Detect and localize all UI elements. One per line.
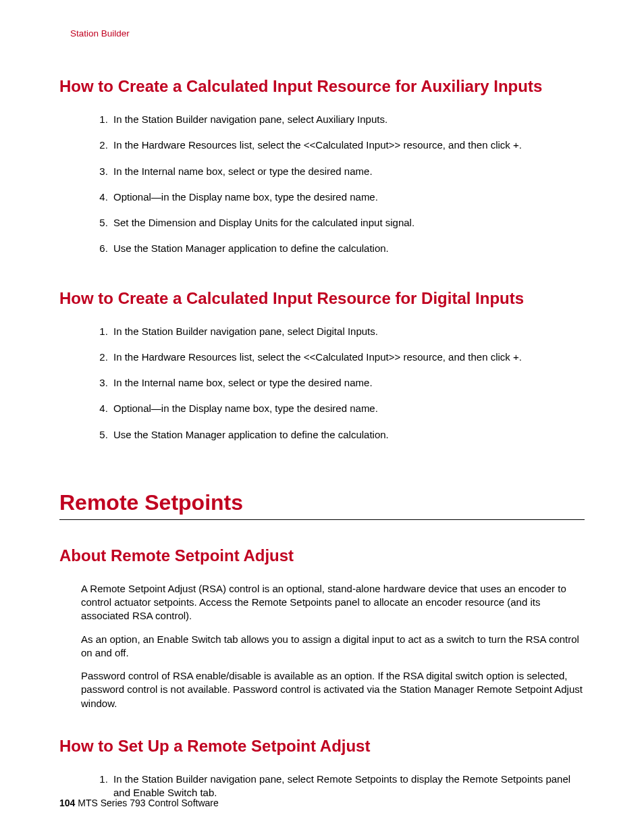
list-item: Optional—in the Display name box, type t… bbox=[111, 190, 585, 204]
list-item: In the Internal name box, select or type… bbox=[111, 376, 585, 390]
steps-aux-inputs: In the Station Builder navigation pane, … bbox=[111, 113, 585, 256]
steps-setup-rsa: In the Station Builder navigation pane, … bbox=[111, 773, 585, 800]
list-item: In the Internal name box, select or type… bbox=[111, 165, 585, 178]
heading-remote-setpoints: Remote Setpoints bbox=[59, 490, 585, 520]
list-item: Use the Station Manager application to d… bbox=[111, 428, 585, 442]
list-item: Use the Station Manager application to d… bbox=[111, 242, 585, 255]
heading-aux-inputs: How to Create a Calculated Input Resourc… bbox=[59, 76, 585, 97]
heading-about-rsa: About Remote Setpoint Adjust bbox=[59, 546, 585, 566]
heading-setup-rsa: How to Set Up a Remote Setpoint Adjust bbox=[59, 736, 585, 756]
steps-digital-inputs: In the Station Builder navigation pane, … bbox=[111, 325, 585, 442]
page-footer: 104 MTS Series 793 Control Software bbox=[59, 798, 219, 808]
list-item: In the Hardware Resources list, select t… bbox=[111, 138, 585, 152]
list-item: In the Station Builder navigation pane, … bbox=[111, 113, 585, 126]
list-item: In the Station Builder navigation pane, … bbox=[111, 325, 585, 338]
list-item: In the Hardware Resources list, select t… bbox=[111, 350, 585, 364]
paragraph: A Remote Setpoint Adjust (RSA) control i… bbox=[81, 582, 585, 623]
heading-digital-inputs: How to Create a Calculated Input Resourc… bbox=[59, 288, 585, 309]
page-number: 104 bbox=[59, 798, 75, 808]
paragraph: As an option, an Enable Switch tab allow… bbox=[81, 633, 585, 660]
doc-title-text: MTS Series 793 Control Software bbox=[78, 798, 219, 808]
breadcrumb: Station Builder bbox=[70, 28, 585, 38]
paragraph: Password control of RSA enable/disable i… bbox=[81, 669, 585, 710]
list-item: Optional—in the Display name box, type t… bbox=[111, 402, 585, 415]
list-item: In the Station Builder navigation pane, … bbox=[111, 773, 585, 800]
list-item: Set the Dimension and Display Units for … bbox=[111, 216, 585, 230]
